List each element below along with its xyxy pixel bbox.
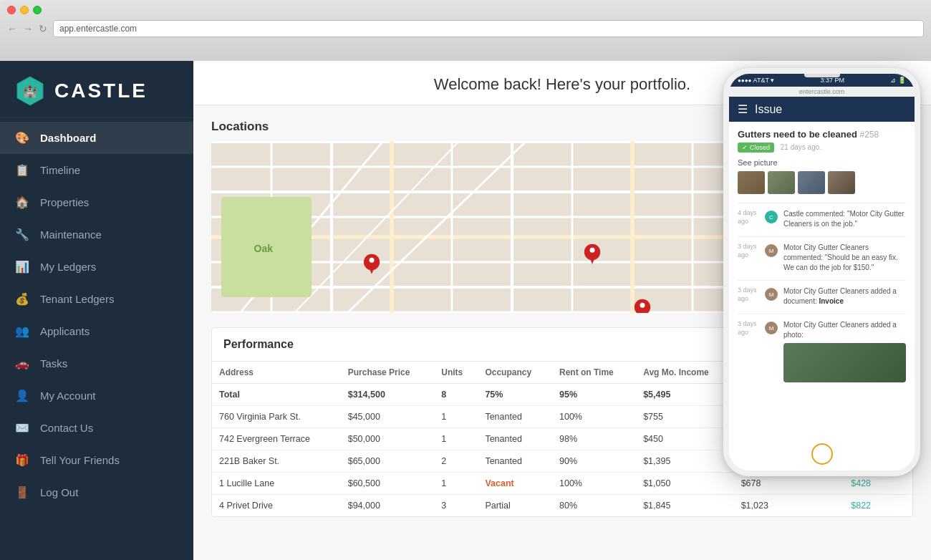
row4-rot: 100%: [552, 473, 636, 495]
sidebar-nav: 🎨 Dashboard 📋 Timeline 🏠 Properties 🔧 Ma…: [0, 122, 193, 560]
col-address: Address: [212, 362, 341, 384]
locations-title: Locations: [211, 120, 269, 134]
sidebar-label-tasks: Tasks: [40, 357, 67, 370]
minimize-dot[interactable]: [20, 6, 29, 14]
tenant-ledgers-icon: 💰: [14, 292, 30, 306]
sidebar-label-tenant-ledgers: Tenant Ledgers: [40, 293, 114, 305]
vendor-avatar-icon-3: M: [765, 322, 778, 334]
maximize-dot[interactable]: [33, 6, 42, 14]
sidebar-item-contact-us[interactable]: ✉️ Contact Us: [0, 412, 193, 444]
phone-speaker: [804, 74, 840, 77]
sidebar-label-log-out: Log Out: [40, 486, 78, 498]
tell-friends-icon: 🎁: [14, 453, 30, 467]
col-occupancy: Occupancy: [478, 362, 552, 384]
sidebar-label-my-ledgers: My Ledgers: [40, 261, 96, 273]
my-account-icon: 👤: [14, 389, 30, 402]
browser-nav: ← → ↻ app.entercastle.com: [7, 20, 924, 37]
sidebar-item-maintenance[interactable]: 🔧 Maintenance: [0, 218, 193, 251]
phone-url-bar: entercastle.com: [729, 87, 915, 97]
maintenance-icon: 🔧: [14, 228, 30, 241]
issue-meta: ✓ Closed 21 days ago.: [738, 143, 906, 153]
phone-carrier: ●●●● AT&T ▾: [738, 77, 774, 84]
sidebar-item-my-account[interactable]: 👤 My Account: [0, 380, 193, 412]
comment-1-time: 4 daysago: [738, 209, 759, 229]
close-dot[interactable]: [7, 6, 16, 14]
divider-3: [738, 280, 906, 281]
phone-content: Gutters need to be cleaned #258 ✓ Closed…: [729, 122, 915, 438]
row5-address: 4 Privet Drive: [212, 495, 341, 517]
sidebar-item-tell-friends[interactable]: 🎁 Tell Your Friends: [0, 444, 193, 476]
divider-2: [738, 236, 906, 237]
photo-thumb-3[interactable]: [798, 171, 825, 194]
forward-arrow-icon[interactable]: →: [23, 23, 33, 34]
applicants-icon: 👥: [14, 324, 30, 338]
browser-chrome: ← → ↻ app.entercastle.com: [0, 0, 931, 61]
tasks-icon: 🚗: [14, 357, 30, 370]
sidebar-label-tell-friends: Tell Your Friends: [40, 454, 120, 466]
hamburger-icon[interactable]: ☰: [738, 102, 748, 116]
table-row: 4 Privet Drive $94,000 3 Partial 80% $1,…: [212, 495, 912, 517]
castle-logo-icon: 🏰: [14, 75, 46, 107]
phone-inner: ●●●● AT&T ▾ 3:37 PM ⊿ 🔋 entercastle.com …: [729, 74, 915, 470]
sidebar-item-properties[interactable]: 🏠 Properties: [0, 186, 193, 218]
vendor-avatar-icon-1: M: [765, 244, 778, 257]
row4-price: $60,500: [341, 473, 435, 495]
comment-1: 4 daysago C Castle commented: "Motor Cit…: [738, 209, 906, 229]
photo-thumbs: [738, 171, 906, 194]
col-purchase-price: Purchase Price: [341, 362, 435, 384]
sidebar-item-my-ledgers[interactable]: 📊 My Ledgers: [0, 251, 193, 283]
row1-income: $755: [636, 406, 733, 428]
back-arrow-icon[interactable]: ←: [7, 23, 17, 34]
photo-thumb-1[interactable]: [738, 171, 765, 194]
performance-title: Performance: [223, 338, 294, 351]
reload-icon[interactable]: ↻: [39, 23, 47, 34]
url-text: app.entercastle.com: [59, 24, 137, 34]
comment-2: 3 daysago M Motor City Gutter Cleaners c…: [738, 243, 906, 273]
sidebar-item-timeline[interactable]: 📋 Timeline: [0, 154, 193, 186]
comment-4-text: Motor City Gutter Cleaners added a photo…: [783, 320, 906, 382]
comment-1-text: Castle commented: "Motor City Gutter Cle…: [783, 209, 906, 229]
row1-address: 760 Virginia Park St.: [212, 406, 341, 428]
row4-occupancy: Vacant: [478, 473, 552, 495]
photo-thumb-2[interactable]: [768, 171, 795, 194]
comment-2-text: Motor City Gutter Cleaners commented: "S…: [783, 243, 906, 273]
castle-avatar-icon: C: [765, 211, 778, 223]
sidebar-label-my-account: My Account: [40, 390, 96, 402]
svg-point-40: [590, 248, 595, 253]
comment-2-time: 3 daysago: [738, 243, 759, 273]
row3-rot: 90%: [552, 450, 636, 473]
contact-icon: ✉️: [14, 421, 30, 435]
sidebar-item-dashboard[interactable]: 🎨 Dashboard: [0, 122, 193, 154]
row1-price: $45,000: [341, 406, 435, 428]
row2-units: 1: [434, 428, 478, 450]
sidebar-item-tasks[interactable]: 🚗 Tasks: [0, 347, 193, 380]
row5-occupancy: Partial: [478, 495, 552, 517]
logo-text: CASTLE: [54, 79, 148, 102]
total-units: 8: [434, 384, 478, 406]
row2-address: 742 Evergreen Terrace: [212, 428, 341, 450]
phone-app-header: ☰ Issue: [729, 97, 915, 122]
row3-occupancy: Tenanted: [478, 450, 552, 473]
dashboard-icon: 🎨: [14, 131, 30, 145]
divider-4: [738, 314, 906, 314]
sidebar-label-properties: Properties: [40, 196, 89, 208]
divider-1: [738, 203, 906, 203]
sidebar-item-log-out[interactable]: 🚪 Log Out: [0, 476, 193, 508]
row3-address: 221B Baker St.: [212, 450, 341, 473]
url-bar[interactable]: app.entercastle.com: [53, 20, 924, 37]
row3-units: 2: [434, 450, 478, 473]
sidebar-label-contact-us: Contact Us: [40, 422, 93, 434]
row2-occupancy: Tenanted: [478, 428, 552, 450]
sidebar-item-applicants[interactable]: 👥 Applicants: [0, 315, 193, 347]
photo-thumb-4[interactable]: [828, 171, 855, 194]
phone-home-button[interactable]: [811, 443, 833, 465]
sidebar-item-tenant-ledgers[interactable]: 💰 Tenant Ledgers: [0, 283, 193, 315]
browser-dots: [7, 6, 924, 14]
phone-icons: ⊿ 🔋: [890, 77, 906, 84]
ledgers-icon: 📊: [14, 260, 30, 274]
col-units: Units: [434, 362, 478, 384]
sidebar-label-maintenance: Maintenance: [40, 228, 102, 241]
properties-icon: 🏠: [14, 195, 30, 209]
row5-net: $822: [844, 495, 912, 517]
row4-address: 1 Lucille Lane: [212, 473, 341, 495]
